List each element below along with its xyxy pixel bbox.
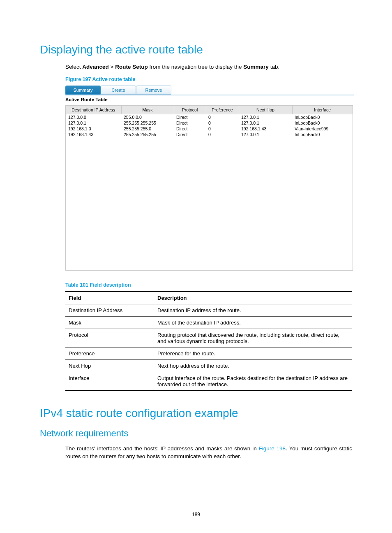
col-header-mask[interactable]: Mask (121, 106, 174, 114)
heading-displaying-active-route-table: Displaying the active route table (40, 43, 352, 56)
cell-protocol: Direct (174, 126, 206, 132)
cell-mask: 255.255.255.255 (121, 132, 174, 137)
text-bold: Advanced (82, 64, 109, 70)
table-header-row: Field Description (65, 292, 352, 304)
table-row: Destination IP AddressDestination IP add… (65, 304, 352, 317)
cell-dest: 127.0.0.0 (66, 114, 121, 120)
cell-protocol: Direct (174, 132, 206, 137)
cell-dest: 192.168.1.43 (66, 132, 121, 137)
route-table-label: Active Route Table (65, 97, 352, 102)
cell-mask: 255.255.255.0 (121, 126, 174, 132)
text: The routers' interfaces and the hosts' I… (65, 445, 259, 452)
cell-protocol: Direct (174, 114, 206, 120)
col-header-description: Description (154, 292, 352, 304)
cell-nexthop: 127.0.0.1 (239, 132, 292, 137)
col-header-interface[interactable]: Interface (292, 106, 353, 114)
col-header-destination[interactable]: Destination IP Address (66, 106, 121, 114)
cell-pref: 0 (206, 132, 239, 137)
cell-pref: 0 (206, 126, 239, 132)
tab-bar: Summary Create Remove (65, 85, 354, 95)
text-bold: Summary (243, 64, 269, 70)
cell-iface: InLoopBack0 (292, 114, 353, 120)
col-header-next-hop[interactable]: Next Hop (239, 106, 292, 114)
col-header-field: Field (65, 292, 154, 304)
table-row: Next HopNext hop address of the route. (65, 360, 352, 372)
cell-protocol: Direct (174, 120, 206, 126)
cell-description: Next hop address of the route. (154, 360, 352, 372)
intro-text: Select Advanced > Route Setup from the n… (65, 64, 352, 70)
cell-nexthop: 127.0.0.1 (239, 120, 292, 126)
table-row: MaskMask of the destination IP address. (65, 317, 352, 329)
figure-container: Summary Create Remove (65, 85, 354, 95)
cell-field: Preference (65, 348, 154, 360)
cell-description: Output interface of the route. Packets d… (154, 372, 352, 391)
table-row[interactable]: 127.0.0.1255.255.255.255Direct0127.0.0.1… (66, 120, 353, 126)
route-table-grid: Destination IP Address Mask Protocol Pre… (65, 105, 353, 271)
heading-ipv4-static-route: IPv4 static route configuration example (40, 407, 352, 420)
cell-dest: 192.168.1.0 (66, 126, 121, 132)
figure-caption: Figure 197 Active route table (65, 76, 352, 82)
tab-remove[interactable]: Remove (136, 86, 171, 95)
cell-pref: 0 (206, 120, 239, 126)
cell-iface: InLoopBack0 (292, 132, 353, 137)
text: > (109, 64, 115, 70)
body-text: The routers' interfaces and the hosts' I… (65, 445, 352, 461)
table-row[interactable]: 192.168.1.43255.255.255.255Direct0127.0.… (66, 132, 353, 137)
cell-dest: 127.0.0.1 (66, 120, 121, 126)
page-number: 189 (0, 512, 392, 517)
cell-description: Mask of the destination IP address. (154, 317, 352, 329)
table-row: InterfaceOutput interface of the route. … (65, 372, 352, 391)
cell-description: Routing protocol that discovered the rou… (154, 329, 352, 348)
table-row[interactable]: 127.0.0.0255.0.0.0Direct0127.0.0.1InLoop… (66, 114, 353, 120)
tab-summary[interactable]: Summary (65, 86, 101, 95)
text: tab. (269, 64, 279, 70)
table-header-row: Destination IP Address Mask Protocol Pre… (66, 106, 353, 114)
cell-description: Destination IP address of the route. (154, 304, 352, 317)
subheading-network-requirements: Network requirements (40, 428, 352, 439)
cell-field: Destination IP Address (65, 304, 154, 317)
cell-nexthop: 192.168.1.43 (239, 126, 292, 132)
tab-create[interactable]: Create (101, 86, 136, 95)
cell-nexthop: 127.0.0.1 (239, 114, 292, 120)
figure-link[interactable]: Figure 198 (259, 445, 286, 452)
cell-field: Next Hop (65, 360, 154, 372)
table-row: ProtocolRouting protocol that discovered… (65, 329, 352, 348)
cell-field: Mask (65, 317, 154, 329)
col-header-preference[interactable]: Preference (206, 106, 239, 114)
text-bold: Route Setup (115, 64, 148, 70)
cell-field: Protocol (65, 329, 154, 348)
col-header-protocol[interactable]: Protocol (174, 106, 206, 114)
cell-pref: 0 (206, 114, 239, 120)
cell-mask: 255.255.255.255 (121, 120, 174, 126)
field-description-table: Field Description Destination IP Address… (65, 291, 352, 391)
cell-field: Interface (65, 372, 154, 391)
cell-iface: InLoopBack0 (292, 120, 353, 126)
table-row: PreferencePreference for the route. (65, 348, 352, 360)
text: Select (65, 64, 82, 70)
text: from the navigation tree to display the (148, 64, 244, 70)
cell-description: Preference for the route. (154, 348, 352, 360)
table-row[interactable]: 192.168.1.0255.255.255.0Direct0192.168.1… (66, 126, 353, 132)
cell-iface: Vlan-interface999 (292, 126, 353, 132)
table-caption: Table 101 Field description (65, 282, 352, 288)
cell-mask: 255.0.0.0 (121, 114, 174, 120)
